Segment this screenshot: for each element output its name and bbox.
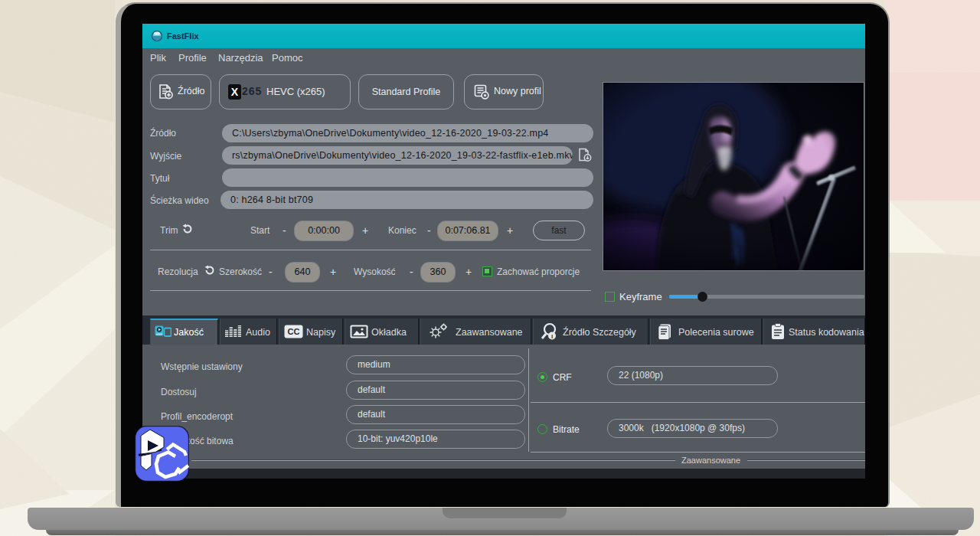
svg-text:i: i: [551, 333, 553, 340]
svg-text:CC: CC: [288, 327, 300, 336]
